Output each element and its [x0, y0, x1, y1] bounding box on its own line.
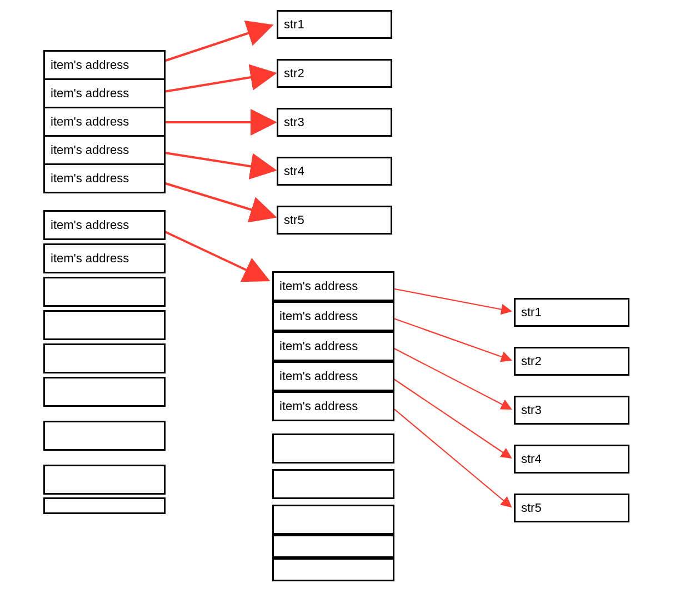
cell-label: item's address: [51, 218, 129, 232]
string-label: str1: [521, 305, 542, 320]
string-box: str4: [277, 157, 392, 186]
string-box: str3: [277, 108, 392, 137]
left-array-cell: item's address: [43, 210, 166, 240]
string-label: str5: [284, 213, 304, 227]
svg-line-9: [389, 376, 511, 458]
string-label: str3: [284, 115, 304, 129]
left-array-cell: item's address: [43, 243, 166, 273]
svg-line-8: [389, 346, 511, 409]
nested-array-cell: item's address: [272, 361, 394, 391]
string-label: str2: [284, 66, 304, 81]
cell-label: item's address: [51, 114, 129, 129]
cell-label: item's address: [51, 171, 129, 186]
diagram-stage: item's address item's address item's add…: [0, 0, 700, 593]
cell-label: item's address: [51, 86, 129, 101]
svg-line-7: [389, 317, 511, 360]
string-box: str5: [277, 206, 392, 235]
left-array-cell: [43, 465, 166, 495]
left-array-cell: [43, 343, 166, 373]
string-label: str2: [521, 354, 542, 368]
cell-label: item's address: [279, 279, 358, 293]
cell-label: item's address: [51, 143, 129, 157]
string-label: str4: [284, 164, 304, 178]
string-box: str1: [277, 10, 392, 39]
cell-label: item's address: [279, 309, 358, 323]
left-array-cell: item's address: [43, 107, 166, 137]
left-array-cell: [43, 277, 166, 307]
left-array-cell: [43, 310, 166, 340]
nested-array-cell: [272, 505, 394, 535]
cell-label: item's address: [51, 58, 129, 72]
svg-line-1: [147, 73, 274, 94]
nested-array-cell: item's address: [272, 331, 394, 361]
cell-label: item's address: [279, 369, 358, 383]
left-array-cell: item's address: [43, 163, 166, 193]
left-array-cell: item's address: [43, 135, 166, 165]
string-box: str3: [514, 396, 629, 425]
svg-line-10: [389, 405, 511, 507]
left-array-cell: [43, 377, 166, 407]
nested-array-cell: [272, 469, 394, 499]
cell-label: item's address: [279, 399, 358, 413]
string-box: str1: [514, 298, 629, 327]
string-label: str3: [521, 403, 542, 417]
nested-array-cell: item's address: [272, 391, 394, 421]
svg-line-3: [147, 150, 274, 170]
nested-array-cell: item's address: [272, 301, 394, 331]
nested-array-cell: [272, 535, 394, 558]
nested-array-cell: item's address: [272, 271, 394, 301]
string-label: str1: [284, 17, 304, 32]
svg-line-0: [147, 26, 271, 67]
string-box: str2: [514, 347, 629, 376]
string-label: str4: [521, 452, 542, 466]
left-array-cell: [43, 421, 166, 451]
string-label: str5: [521, 501, 542, 515]
string-box: str4: [514, 445, 629, 474]
svg-line-4: [147, 178, 274, 217]
left-array-cell: [43, 497, 166, 514]
string-box: str5: [514, 494, 629, 522]
left-array-cell: item's address: [43, 78, 166, 108]
nested-array-cell: [272, 433, 394, 464]
string-box: str2: [277, 59, 392, 88]
cell-label: item's address: [279, 339, 358, 353]
cell-label: item's address: [51, 251, 129, 266]
left-array-cell: item's address: [43, 50, 166, 80]
nested-array-cell: [272, 558, 394, 581]
svg-line-6: [389, 288, 511, 311]
